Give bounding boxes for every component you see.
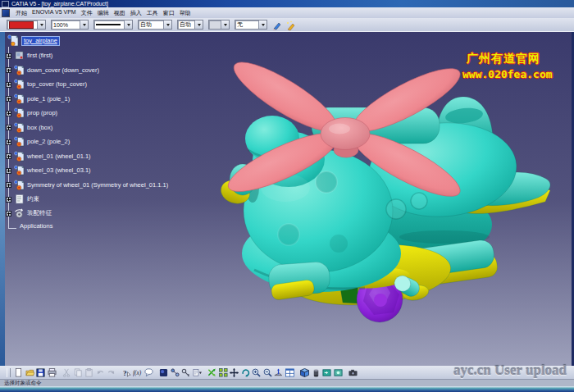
tree-item-label[interactable]: Symmetry of wheel_01 (Symmetry of wheel_…: [27, 181, 168, 189]
wizard-icon[interactable]: [285, 20, 296, 30]
fit-all-icon[interactable]: [219, 368, 228, 377]
tree-item-row[interactable]: 装配特征: [14, 208, 52, 219]
render-style-combo[interactable]: 无: [235, 20, 267, 30]
tree-item-label[interactable]: pole_1 (pole_1): [27, 95, 70, 103]
menu--[interactable]: 视图: [112, 9, 128, 17]
tree-item-row[interactable]: prop (prop): [14, 107, 57, 118]
point-symbol-combo[interactable]: 自动: [177, 20, 203, 30]
color-combo[interactable]: [7, 20, 46, 30]
fly-icon[interactable]: [207, 368, 216, 377]
help-icon[interactable]: ?: [122, 368, 131, 377]
tree-item-label[interactable]: down_cover (down_cover): [27, 66, 99, 74]
line-type-combo-arrow[interactable]: [124, 21, 132, 29]
tree-item-label[interactable]: wheel_03 (wheel_03.1): [27, 166, 91, 174]
copy-icon[interactable]: [74, 368, 83, 377]
line-weight-combo[interactable]: 自动: [138, 20, 172, 30]
tree-expander[interactable]: [6, 182, 11, 188]
apply-material-icon[interactable]: [322, 368, 331, 377]
tree-item-label[interactable]: pole_2 (pole_2): [27, 138, 70, 145]
render-style-combo-arrow[interactable]: [258, 21, 266, 29]
point-symbol-combo-arrow[interactable]: [194, 21, 203, 29]
tree-root-row[interactable]: toy_airplane: [7, 34, 60, 47]
left-window-border: [0, 32, 5, 368]
tree-item-row[interactable]: Symmetry of wheel_01 (Symmetry of wheel_…: [14, 180, 168, 190]
menu--[interactable]: 插入: [128, 9, 144, 17]
tree-expander[interactable]: [6, 67, 11, 73]
open-folder-icon[interactable]: [25, 368, 34, 377]
line-type-combo[interactable]: [93, 20, 133, 30]
menu-start[interactable]: 开始: [13, 9, 30, 17]
tree-item-row[interactable]: down_cover (down_cover): [14, 65, 99, 75]
tree-expander[interactable]: [6, 211, 11, 217]
tree-item-label[interactable]: Applications: [20, 222, 52, 230]
tree-item-row[interactable]: first (first): [14, 50, 52, 61]
tree-item-label[interactable]: 约束: [27, 195, 39, 203]
tree-expander[interactable]: [6, 111, 11, 116]
shading-icon[interactable]: [159, 368, 168, 377]
toolbar-grip[interactable]: [7, 368, 11, 377]
paste-icon[interactable]: [84, 368, 93, 377]
print-icon[interactable]: [48, 368, 57, 377]
tree-item-label[interactable]: wheel_01 (wheel_01.1): [27, 153, 91, 160]
tree-item-row[interactable]: Applications: [20, 222, 52, 230]
rotate-icon[interactable]: [241, 368, 250, 377]
document-menu-icon[interactable]: [2, 9, 10, 17]
tree-root-label[interactable]: toy_airplane: [21, 36, 60, 46]
opacity-combo-arrow[interactable]: [80, 21, 88, 29]
tree-expander[interactable]: [6, 168, 11, 174]
line-weight-combo-arrow[interactable]: [163, 21, 171, 29]
camera-icon[interactable]: [348, 368, 358, 377]
normal-view-icon[interactable]: [274, 368, 283, 377]
opacity-combo[interactable]: 100%: [51, 20, 89, 30]
cut-icon[interactable]: [62, 368, 71, 377]
redo-icon[interactable]: [107, 368, 116, 377]
part-icon: [14, 79, 25, 89]
tree-expander[interactable]: [6, 139, 11, 145]
tree-item-label[interactable]: prop (prop): [27, 109, 57, 116]
color-combo-arrow[interactable]: [37, 21, 45, 29]
new-document-icon[interactable]: [14, 368, 23, 377]
watermark-corner: ayc.cn User upload: [453, 362, 567, 379]
tree-item-label[interactable]: box (box): [27, 124, 52, 131]
tree-item-label[interactable]: top_cover (top_cover): [27, 80, 87, 88]
zoom-out-icon[interactable]: [263, 368, 272, 377]
menu--[interactable]: 文件: [79, 9, 95, 17]
tree-item-row[interactable]: pole_1 (pole_1): [14, 93, 70, 104]
key-icon[interactable]: [181, 368, 190, 377]
iso-cube-icon[interactable]: [300, 368, 309, 377]
menu--[interactable]: 窗口: [161, 9, 177, 17]
3d-viewport[interactable]: 广州有道官网 www.020fea.com toy_airplanefirst …: [0, 31, 574, 367]
tree-item-label[interactable]: 装配特征: [27, 209, 52, 217]
list-icon[interactable]: [193, 368, 202, 377]
tree-item-label[interactable]: first (first): [27, 52, 52, 59]
undo-icon[interactable]: [96, 368, 105, 377]
tree-expander[interactable]: [6, 53, 11, 59]
pan-icon[interactable]: [230, 368, 239, 377]
render-style-icon[interactable]: [334, 368, 343, 377]
tree-item-row[interactable]: box (box): [14, 122, 52, 133]
tree-expander[interactable]: [6, 197, 11, 203]
menu--[interactable]: 帮助: [177, 9, 194, 17]
tree-item-row[interactable]: top_cover (top_cover): [14, 79, 87, 89]
menu--[interactable]: 编辑: [95, 9, 112, 17]
tree-item-row[interactable]: wheel_03 (wheel_03.1): [14, 165, 91, 175]
tree-item-row[interactable]: 约束: [14, 194, 39, 204]
menu--[interactable]: 工具: [144, 9, 161, 17]
chat-icon[interactable]: [144, 368, 153, 377]
painter-icon[interactable]: [272, 20, 283, 30]
multi-view-icon[interactable]: [285, 368, 294, 377]
tree-expander[interactable]: [6, 153, 11, 159]
save-icon[interactable]: [36, 368, 45, 377]
menu-enovia-v5-vpm[interactable]: ENOVIA V5 VPM: [30, 9, 79, 17]
tree-item-row[interactable]: pole_2 (pole_2): [14, 136, 70, 147]
tree-expander[interactable]: [6, 125, 11, 130]
tree-expander[interactable]: [6, 82, 11, 88]
link-icon[interactable]: [171, 368, 180, 377]
cylinder-icon[interactable]: [312, 368, 321, 377]
title-bar: CATIA V5 - [toy_airplane.CATProduct]: [0, 0, 574, 7]
fx-icon[interactable]: f(x): [133, 368, 142, 377]
tree-item-row[interactable]: wheel_01 (wheel_01.1): [14, 151, 91, 162]
toolbar-separator: [360, 367, 364, 377]
tree-expander[interactable]: [6, 96, 11, 102]
zoom-in-icon[interactable]: [252, 368, 261, 377]
